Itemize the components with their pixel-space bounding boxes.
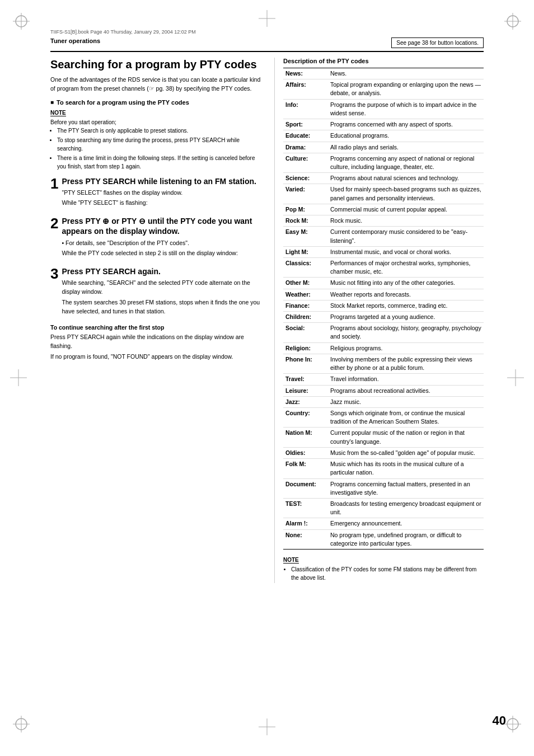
pty-code-desc: Involving members of the public expressi… xyxy=(328,354,484,373)
pty-code-desc: All radio plays and serials. xyxy=(328,142,484,153)
step-1-content: Press PTY SEARCH while listening to an F… xyxy=(62,176,263,210)
note-item-1: The PTY Search is only applicable to pre… xyxy=(57,126,263,135)
subsection-title: To search for a program using the PTY co… xyxy=(50,99,263,106)
page-title: Searching for a program by PTY codes xyxy=(50,58,263,71)
pty-row: Finance:Stock Market reports, commerce, … xyxy=(283,300,484,311)
pty-code-name: Country: xyxy=(283,408,328,428)
bottom-mid-crosshair xyxy=(259,719,275,736)
pty-code-name: Phone In: xyxy=(283,354,328,373)
pty-row: Country:Songs which originate from, or c… xyxy=(283,408,484,428)
page-header: Tuner operations See page 38 for button … xyxy=(50,37,484,52)
step-3-body-2: The system searches 30 preset FM station… xyxy=(62,298,263,316)
pty-code-name: Varied: xyxy=(283,184,328,204)
pty-code-desc: Emergency announcement. xyxy=(328,518,484,529)
pty-code-desc: Broadcasts for testing emergency broadca… xyxy=(328,498,484,518)
pty-row: Religion:Religious programs. xyxy=(283,342,484,354)
pty-title: Description of the PTY codes xyxy=(283,58,484,64)
step-1-body-2: While "PTY SELECT" is flashing: xyxy=(62,199,263,208)
note-item-3: There is a time limit in doing the follo… xyxy=(57,154,263,171)
continue-body: Press PTY SEARCH again while the indicat… xyxy=(50,333,263,361)
pty-code-desc: Programs concerned with any aspect of sp… xyxy=(328,119,484,130)
step-2-body-2: While the PTY code selected in step 2 is… xyxy=(62,249,263,258)
continue-body-2: If no program is found, "NOT FOUND" appe… xyxy=(50,353,263,361)
pty-code-desc: Weather reports and forecasts. xyxy=(328,289,484,300)
pty-code-desc: Songs which originate from, or continue … xyxy=(328,408,484,428)
step-1-number: 1 xyxy=(50,176,58,191)
pty-row: Jazz:Jazz music. xyxy=(283,396,484,407)
pty-code-name: Other M: xyxy=(283,278,328,289)
pty-code-desc: Travel information. xyxy=(328,374,484,385)
pty-row: Educate:Educational programs. xyxy=(283,130,484,142)
pty-row: News:News. xyxy=(283,68,484,79)
pty-code-name: Travel: xyxy=(283,374,328,385)
right-mid-crosshair xyxy=(507,369,524,387)
file-info: TIIFS-S1[B].book Page 40 Thursday, Janua… xyxy=(50,29,506,35)
note-content: Before you start operation; The PTY Sear… xyxy=(50,118,263,171)
bottom-note-label: NOTE xyxy=(283,557,299,564)
pty-row: Oldies:Music from the so-called "golden … xyxy=(283,447,484,458)
corner-tr xyxy=(502,10,524,34)
step-2-body-1: • For details, see "Description of the P… xyxy=(62,239,263,248)
pty-code-desc: Religious programs. xyxy=(328,342,484,354)
step-1-body-1: "PTY SELECT" flashes on the display wind… xyxy=(62,189,263,198)
pty-code-desc: Programs concerning any aspect of nation… xyxy=(328,153,484,172)
note-intro: Before you start operation; xyxy=(50,118,263,126)
pty-code-desc: Music from the so-called "golden age" of… xyxy=(328,447,484,458)
note-item-2: To stop searching any time during the pr… xyxy=(57,136,263,153)
step-1-heading: Press PTY SEARCH while listening to an F… xyxy=(62,176,263,186)
pty-code-name: News: xyxy=(283,68,328,79)
pty-code-name: Pop M: xyxy=(283,204,328,215)
pty-code-desc: Current popular music of the nation or r… xyxy=(328,428,484,447)
pty-code-desc: Jazz music. xyxy=(328,396,484,407)
step-2-number: 2 xyxy=(50,216,58,231)
see-page-note: See page 38 for button locations. xyxy=(391,37,484,48)
pty-row: Easy M:Current contemporary music consid… xyxy=(283,227,484,246)
intro-text: One of the advantages of the RDS service… xyxy=(50,76,263,93)
bottom-note-item-1: Classification of the PTY codes for some… xyxy=(291,565,484,582)
pty-code-desc: Programs targeted at a young audience. xyxy=(328,312,484,323)
pty-row: Leisure:Programs about recreational acti… xyxy=(283,385,484,396)
step-3-body: While searching, "SEARCH" and the select… xyxy=(62,279,263,316)
pty-code-name: Sport: xyxy=(283,119,328,130)
note-list: The PTY Search is only applicable to pre… xyxy=(50,126,263,171)
pty-code-desc: Instrumental music, and vocal or choral … xyxy=(328,246,484,257)
pty-code-name: Oldies: xyxy=(283,447,328,458)
pty-code-name: None: xyxy=(283,529,328,549)
pty-table: News:News.Affairs:Topical program expand… xyxy=(283,68,484,550)
pty-row: None:No program type, undefined program,… xyxy=(283,529,484,549)
pty-code-desc: Programs the purpose of which is to impa… xyxy=(328,99,484,119)
pty-code-desc: Commercial music of current popular appe… xyxy=(328,204,484,215)
pty-code-name: Nation M: xyxy=(283,428,328,447)
pty-code-name: Info: xyxy=(283,99,328,119)
pty-code-name: Leisure: xyxy=(283,385,328,396)
pty-row: Document:Programs concerning factual mat… xyxy=(283,478,484,498)
pty-row: Pop M:Commercial music of current popula… xyxy=(283,204,484,215)
pty-row: Varied:Used for mainly speech-based prog… xyxy=(283,184,484,204)
pty-row: Nation M:Current popular music of the na… xyxy=(283,428,484,447)
pty-code-desc: Programs about sociology, history, geogr… xyxy=(328,323,484,342)
top-mid-crosshair xyxy=(259,10,275,28)
pty-code-name: Finance: xyxy=(283,300,328,311)
note-label: NOTE xyxy=(50,110,66,116)
left-column: Searching for a program by PTY codes One… xyxy=(50,58,263,583)
step-3-body-1: While searching, "SEARCH" and the select… xyxy=(62,279,263,297)
pty-code-name: Culture: xyxy=(283,153,328,172)
pty-code-name: Alarm !: xyxy=(283,518,328,529)
pty-code-desc: Programs about natural sciences and tech… xyxy=(328,173,484,184)
pty-code-name: Drama: xyxy=(283,142,328,153)
pty-row: Folk M:Music which has its roots in the … xyxy=(283,459,484,478)
pty-code-name: Weather: xyxy=(283,289,328,300)
pty-code-name: TEST: xyxy=(283,498,328,518)
pty-code-desc: Performances of major orchestral works, … xyxy=(328,257,484,277)
page-number: 40 xyxy=(493,713,506,728)
pty-code-desc: Rock music. xyxy=(328,215,484,227)
pty-code-desc: Programs concerning factual matters, pre… xyxy=(328,478,484,498)
pty-code-name: Children: xyxy=(283,312,328,323)
step-1: 1 Press PTY SEARCH while listening to an… xyxy=(50,176,263,210)
pty-row: Science:Programs about natural sciences … xyxy=(283,173,484,184)
step-2-heading: Press PTY ⊕ or PTY ⊖ until the PTY code … xyxy=(62,216,263,236)
pty-code-desc: Topical program expanding or enlarging u… xyxy=(328,79,484,99)
pty-code-desc: Educational programs. xyxy=(328,130,484,142)
step-3-number: 3 xyxy=(50,266,58,281)
pty-code-name: Science: xyxy=(283,173,328,184)
